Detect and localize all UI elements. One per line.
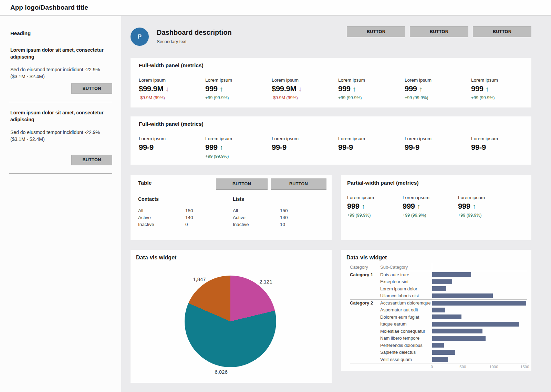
table-group: Lists All 150 Active 140 Inactive 10: [233, 196, 328, 229]
bar-row-label: Itaque earum: [380, 321, 432, 327]
table-group-rows: All 150 Active 140 Inactive 10: [233, 208, 328, 229]
metric: Lorem ipsum 999↑ +99 (99.9%): [405, 78, 471, 100]
metric: Lorem ipsum 99-9: [405, 136, 471, 159]
metric: Lorem ipsum $99.9M↓ -$9.9M (99%): [272, 78, 338, 100]
bar: [432, 336, 486, 341]
metric-value: 999↑: [338, 84, 405, 93]
metric-value: 999↑: [205, 143, 272, 152]
metric-label: Lorem ipsum: [338, 136, 405, 141]
bar: [432, 314, 461, 319]
metric-value: 999↑: [458, 202, 513, 211]
sidebar-section-body: Sed do eiusmod tempor incididunt -22.9% …: [10, 129, 112, 143]
trend-arrow-icon: ↑: [220, 85, 223, 93]
bar: [432, 357, 448, 362]
metric-delta: +99 (99.9%): [338, 95, 405, 100]
bar-chart-row: Molestiae consequatur: [350, 328, 527, 335]
bar: [432, 322, 519, 327]
x-axis-tick: 0: [431, 365, 433, 369]
page-subtitle: Secondary text: [157, 39, 187, 44]
panel-title: Full-width panel (metrics): [131, 58, 531, 69]
toolbar-button[interactable]: BUTTON: [473, 26, 531, 37]
sidebar-button[interactable]: BUTTON: [71, 155, 112, 165]
bar-cell: [432, 313, 527, 321]
bar: [432, 350, 455, 355]
bar-row-label: Duis aute irure: [380, 272, 432, 277]
metric-label: Lorem ipsum: [139, 78, 205, 83]
trend-arrow-icon: ↑: [220, 144, 223, 151]
metric: Lorem ipsum 99-9: [272, 136, 338, 159]
bar-cell: [432, 285, 527, 292]
metric: Lorem ipsum 999↑ +99 (99.9%): [471, 78, 538, 100]
metric: Lorem ipsum 999↑ +99 (99.9%): [205, 136, 272, 159]
trend-arrow-icon: ↓: [166, 85, 169, 93]
metric: Lorem ipsum 999↑ +99 (99.9%): [458, 195, 513, 218]
table-row: Inactive 0: [138, 222, 233, 229]
trend-arrow-icon: ↑: [417, 203, 420, 210]
metric: Lorem ipsum 999↑ +99 (99.9%): [205, 78, 272, 100]
metric-value: 999↑: [205, 84, 272, 93]
bar-chart-row: Category 1 Duis aute irure: [350, 271, 527, 278]
metric-delta: +99 (99.9%): [205, 95, 272, 100]
bar-row-label: Nam libero tempore: [380, 336, 432, 341]
bar: [432, 329, 482, 333]
pie-chart: [185, 276, 276, 367]
bar-chart: Category Sub-Category Category 1 Duis au…: [350, 264, 527, 370]
bar-chart-row: Sapiente delectus: [350, 349, 527, 356]
table-button[interactable]: BUTTON: [216, 178, 268, 189]
trend-arrow-icon: ↑: [353, 85, 356, 93]
metric: Lorem ipsum 999↑ +99 (99.9%): [347, 195, 403, 218]
bar-cell: [432, 321, 527, 328]
bar-chart-rows: Category 1 Duis aute irure Excepteur sin…: [350, 271, 527, 363]
bar-chart-x-axis: 050010001500: [432, 363, 527, 370]
bar: [432, 343, 444, 348]
metric-label: Lorem ipsum: [139, 136, 205, 141]
bar-chart-row: Perferendis doloribus: [350, 342, 527, 349]
trend-arrow-icon: ↓: [299, 85, 302, 93]
metric-label: Lorem ipsum: [205, 78, 272, 83]
x-axis-tick: 1500: [520, 365, 529, 369]
table-row-value: 150: [280, 208, 288, 215]
metric-value: 99-9: [139, 143, 205, 152]
column-header-subcategory: Sub-Category: [380, 265, 432, 270]
bar-row-category: Category 2: [350, 300, 380, 306]
table-row-value: 10: [280, 222, 285, 229]
sidebar-section: Lorem ipsum dolor sit amet, consectetur …: [0, 109, 122, 165]
metrics-panel-top: Full-width panel (metrics) Lorem ipsum $…: [131, 58, 531, 107]
metric-value: 99-9: [272, 143, 338, 152]
table-groups: Contacts All 150 Active 140 Inactive 0 L…: [131, 196, 332, 229]
bar: [432, 308, 445, 312]
bar-chart-row: Ullamco laboris nisi: [350, 292, 527, 300]
metric: Lorem ipsum 99-9: [338, 136, 405, 159]
bar-cell: [432, 328, 527, 335]
table-row: Inactive 10: [233, 222, 328, 229]
table-button[interactable]: BUTTON: [271, 178, 326, 189]
table-row-label: All: [233, 208, 280, 215]
table-row-value: 150: [185, 208, 193, 215]
toolbar-button[interactable]: BUTTON: [347, 26, 405, 37]
bar: [432, 301, 526, 306]
table-row: Active 140: [233, 215, 328, 222]
table-panel-header: Table BUTTONBUTTON: [131, 175, 332, 190]
toolbar-button[interactable]: BUTTON: [410, 26, 468, 37]
bar-row-label: Perferendis doloribus: [380, 343, 432, 348]
sidebar-button[interactable]: BUTTON: [71, 83, 112, 94]
panel-title: Partial-width panel (metrics): [341, 175, 531, 186]
trend-arrow-icon: ↑: [419, 85, 423, 93]
sidebar-section-body: Sed do eiusmod tempor incididunt -22.9% …: [10, 66, 112, 80]
bar: [432, 279, 452, 284]
metric-delta: +99 (99.9%): [205, 154, 272, 159]
table-row: All 150: [138, 208, 233, 215]
pie-slice-label: 2,121: [250, 279, 281, 285]
metric-delta: +99 (99.9%): [405, 95, 471, 100]
bar-row-label: Sapiente delectus: [380, 350, 432, 355]
bar-widget: Data-vis widget Category Sub-Category Ca…: [341, 250, 531, 371]
metrics-row: Lorem ipsum 99-9 Lorem ipsum 999↑ +99 (9…: [131, 136, 531, 159]
bar-chart-row: Dolorem eum fugiat: [350, 313, 527, 321]
metric-delta: +99 (99.9%): [458, 213, 513, 218]
metric: Lorem ipsum 999↑ +99 (99.9%): [403, 195, 458, 218]
trend-arrow-icon: ↑: [486, 85, 489, 93]
app-title: App logo/Dashboard title: [10, 4, 88, 11]
metric-label: Lorem ipsum: [347, 195, 403, 200]
bar-row-label: Excepteur sint: [380, 279, 432, 284]
metric-label: Lorem ipsum: [405, 136, 471, 141]
